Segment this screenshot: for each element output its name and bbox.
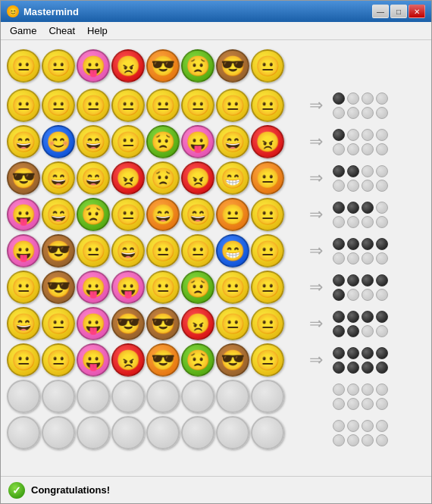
smiley-peg[interactable]: 😐 — [77, 234, 110, 268]
smiley-peg[interactable] — [42, 380, 75, 413]
smiley-peg[interactable]: 😛 — [77, 307, 110, 340]
smiley-peg[interactable]: 😐 — [251, 271, 284, 304]
smiley-peg[interactable]: 😎 — [146, 307, 180, 340]
smiley-peg[interactable]: 😠 — [251, 125, 284, 158]
smiley-peg[interactable]: 😛 — [77, 49, 110, 83]
smiley-peg[interactable]: 😟 — [181, 49, 214, 83]
smiley-peg[interactable]: 😟 — [77, 198, 110, 231]
smiley-peg[interactable]: 😄 — [42, 198, 75, 231]
smiley-peg[interactable]: 😐 — [7, 271, 40, 304]
smiley-peg[interactable]: 😐 — [7, 343, 40, 377]
smiley-peg[interactable]: 😐 — [251, 161, 284, 195]
smiley-peg[interactable]: 😐 — [146, 234, 180, 268]
smiley-peg[interactable] — [111, 416, 145, 449]
smiley-peg[interactable] — [77, 380, 110, 413]
smiley-peg[interactable]: 😎 — [42, 271, 75, 304]
smiley-peg[interactable] — [42, 416, 75, 449]
menu-cheat[interactable]: Cheat — [42, 23, 81, 38]
submit-arrow[interactable]: ⇒ — [309, 95, 323, 115]
smiley-peg[interactable]: 😁 — [216, 234, 249, 268]
smiley-peg[interactable]: 😎 — [146, 343, 180, 377]
submit-arrow[interactable]: ⇒ — [309, 277, 323, 297]
smiley-peg[interactable]: 😄 — [42, 161, 75, 195]
smiley-peg[interactable]: 😊 — [42, 125, 75, 158]
menu-help[interactable]: Help — [81, 23, 114, 38]
smiley-peg[interactable]: 😐 — [42, 49, 75, 83]
smiley-peg[interactable]: 😐 — [216, 198, 249, 231]
smiley-peg[interactable]: 😐 — [251, 343, 284, 377]
submit-arrow[interactable]: ⇒ — [309, 168, 323, 188]
smiley-peg[interactable]: 😐 — [111, 125, 145, 158]
smiley-peg[interactable]: 😐 — [42, 343, 75, 377]
smiley-peg[interactable]: 😄 — [111, 234, 145, 268]
smiley-peg[interactable]: 😟 — [146, 125, 180, 158]
smiley-peg[interactable]: 😎 — [216, 49, 249, 83]
submit-arrow[interactable]: ⇒ — [309, 205, 323, 224]
smiley-peg[interactable]: 😐 — [181, 234, 214, 268]
smiley-peg[interactable]: 😐 — [146, 89, 180, 122]
smiley-peg[interactable] — [7, 416, 40, 449]
smiley-peg[interactable]: 😛 — [77, 343, 110, 377]
menu-game[interactable]: Game — [4, 23, 42, 38]
smiley-peg[interactable] — [216, 416, 249, 449]
minimize-button[interactable]: — — [372, 5, 389, 18]
submit-arrow[interactable]: ⇒ — [309, 241, 323, 261]
maximize-button[interactable]: □ — [390, 5, 407, 18]
smiley-peg[interactable]: 😐 — [251, 89, 284, 122]
smiley-peg[interactable]: 😠 — [181, 161, 214, 195]
smiley-peg[interactable]: 😐 — [251, 307, 284, 340]
smiley-peg[interactable]: 😐 — [111, 89, 145, 122]
smiley-peg[interactable]: 😄 — [7, 307, 40, 340]
smiley-peg[interactable]: 😎 — [7, 161, 40, 195]
smiley-peg[interactable] — [146, 416, 180, 449]
smiley-peg[interactable]: 😟 — [181, 271, 214, 304]
smiley-peg[interactable]: 😄 — [7, 125, 40, 158]
smiley-peg[interactable]: 😄 — [77, 125, 110, 158]
smiley-peg[interactable]: 😐 — [216, 307, 249, 340]
smiley-peg[interactable]: 😛 — [7, 234, 40, 268]
submit-arrow[interactable]: ⇒ — [309, 314, 323, 333]
smiley-peg[interactable]: 😛 — [111, 271, 145, 304]
smiley-peg[interactable]: 😠 — [181, 307, 214, 340]
smiley-peg[interactable]: 😐 — [7, 49, 40, 83]
smiley-peg[interactable]: 😟 — [146, 161, 180, 195]
smiley-peg[interactable]: 😐 — [146, 271, 180, 304]
smiley-peg[interactable]: 😛 — [7, 198, 40, 231]
smiley-peg[interactable] — [181, 380, 214, 413]
smiley-peg[interactable]: 😠 — [111, 49, 145, 83]
smiley-peg[interactable]: 😄 — [146, 198, 180, 231]
smiley-peg[interactable]: 😐 — [111, 198, 145, 231]
smiley-peg[interactable]: 😐 — [251, 234, 284, 268]
smiley-peg[interactable] — [111, 380, 145, 413]
smiley-peg[interactable]: 😛 — [181, 125, 214, 158]
smiley-peg[interactable]: 😐 — [42, 89, 75, 122]
smiley-peg[interactable]: 😁 — [216, 161, 249, 195]
submit-arrow[interactable]: ⇒ — [309, 132, 323, 152]
smiley-peg[interactable]: 😛 — [77, 271, 110, 304]
smiley-peg[interactable]: 😐 — [251, 198, 284, 231]
smiley-peg[interactable]: 😐 — [216, 89, 249, 122]
smiley-peg[interactable] — [251, 380, 284, 413]
smiley-peg[interactable]: 😐 — [216, 271, 249, 304]
smiley-peg[interactable]: 😐 — [42, 307, 75, 340]
smiley-peg[interactable] — [181, 416, 214, 449]
smiley-peg[interactable]: 😟 — [181, 343, 214, 377]
close-button[interactable]: ✕ — [409, 5, 425, 18]
smiley-peg[interactable]: 😎 — [111, 307, 145, 340]
smiley-peg[interactable]: 😄 — [77, 161, 110, 195]
smiley-peg[interactable]: 😐 — [251, 49, 284, 83]
smiley-peg[interactable] — [146, 380, 180, 413]
smiley-peg[interactable]: 😎 — [42, 234, 75, 268]
smiley-peg[interactable]: 😐 — [7, 89, 40, 122]
smiley-peg[interactable]: 😄 — [216, 125, 249, 158]
smiley-peg[interactable]: 😐 — [181, 89, 214, 122]
smiley-peg[interactable] — [77, 416, 110, 449]
submit-arrow[interactable]: ⇒ — [309, 350, 323, 370]
smiley-peg[interactable]: 😠 — [111, 161, 145, 195]
smiley-peg[interactable]: 😄 — [181, 198, 214, 231]
smiley-peg[interactable]: 😐 — [77, 89, 110, 122]
smiley-peg[interactable]: 😎 — [146, 49, 180, 83]
smiley-peg[interactable] — [7, 380, 40, 413]
smiley-peg[interactable]: 😠 — [111, 343, 145, 377]
smiley-peg[interactable] — [251, 416, 284, 449]
